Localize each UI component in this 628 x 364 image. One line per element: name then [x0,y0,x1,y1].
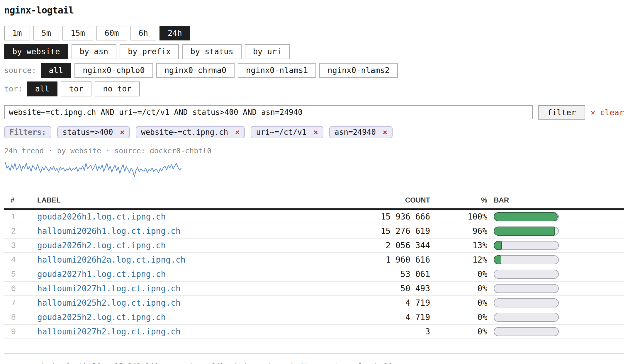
footer-divider [4,353,624,354]
time-range-24h[interactable]: 24h [159,26,190,40]
table-row: 9halloumi2027h2.log.ct.ipng.ch30% [4,324,624,339]
source-nginx0-nlams2[interactable]: nginx0-nlams2 [319,63,398,78]
tor-tor[interactable]: tor [61,81,91,96]
row-label-link[interactable]: gouda2027h1.log.ct.ipng.ch [37,269,166,279]
time-range-group: 1m5m15m60m6h24h [4,26,624,40]
row-percent: 0% [430,310,487,324]
col-header-pct: % [430,193,487,209]
time-range-5m[interactable]: 5m [33,26,60,40]
trend-sparkline [4,159,182,179]
nginx-logtail-app: nginx-logtail 1m5m15m60m6h24h by website… [0,0,628,364]
group-by-by-uri[interactable]: by uri [245,44,290,59]
filter-chip-status-400: status=>400 × [57,126,130,138]
filter-chip-website-ct-ipng-ch: website~=ct.ipng.ch × [136,126,245,138]
usage-bar [494,255,559,264]
source-filter-group: source: allnginx0-chplo0nginx0-chrma0ngi… [4,63,624,78]
row-count: 50 493 [333,281,430,296]
filter-chip-uri-ct-v1: uri~=/ct/v1 × [251,126,323,138]
table-row: 5gouda2027h1.log.ct.ipng.ch53 0610% [4,267,624,281]
usage-bar-fill [494,227,555,236]
row-rank: 3 [4,238,37,253]
filter-bar: filter × clear [4,105,624,120]
active-filters-row: Filters: status=>400 ×website~=ct.ipng.c… [4,126,624,138]
row-count: 1 960 616 [333,253,430,267]
row-label-link[interactable]: halloumi2026h1.log.ct.ipng.ch [37,226,181,236]
row-rank: 1 [4,209,37,224]
tor-label: tor: [4,84,23,93]
table-row: 6halloumi2027h1.log.ct.ipng.ch50 4930% [4,281,624,296]
table-row: 1gouda2026h1.log.ct.ipng.ch15 936 666100… [4,209,624,224]
row-label-link[interactable]: halloumi2027h2.log.ct.ipng.ch [37,327,181,336]
table-row: 8gouda2025h2.log.ct.ipng.ch4 7190% [4,310,624,324]
group-by-group: by websiteby asnby prefixby statusby uri [4,44,624,59]
tor-all[interactable]: all [27,81,58,96]
clear-filter-link[interactable]: × clear [590,105,624,120]
group-by-by-prefix[interactable]: by prefix [120,44,179,59]
row-percent: 96% [430,224,487,238]
row-label-link[interactable]: halloumi2027h1.log.ct.ipng.ch [37,284,181,293]
row-rank: 2 [4,224,37,238]
table-row: 3gouda2026h2.log.ct.ipng.ch2 056 34413% [4,238,624,253]
col-header-rank: # [4,193,37,209]
row-count: 3 [333,324,430,339]
row-count: 15 936 666 [333,209,430,224]
row-count: 2 056 344 [333,238,430,253]
time-range-6h[interactable]: 6h [130,26,157,40]
row-percent: 100% [430,209,487,224]
tor-no-tor[interactable]: no tor [95,81,140,96]
row-label-link[interactable]: gouda2026h1.log.ct.ipng.ch [37,212,166,222]
group-by-by-website[interactable]: by website [4,44,68,59]
row-percent: 0% [430,296,487,310]
group-by-by-status[interactable]: by status [182,44,241,59]
col-header-bar: BAR [487,193,624,209]
usage-bar [494,270,559,279]
row-rank: 5 [4,267,37,281]
source-nginx0-chplo0[interactable]: nginx0-chplo0 [74,63,153,78]
remove-chip-icon[interactable]: × [383,128,388,137]
time-range-15m[interactable]: 15m [62,26,93,40]
row-percent: 0% [430,324,487,339]
table-row: 4halloumi2026h2a.log.ct.ipng.ch1 960 616… [4,253,624,267]
usage-bar [494,313,559,322]
time-range-1m[interactable]: 1m [4,26,30,40]
table-header-row: # LABEL COUNT % BAR [4,193,624,209]
row-label-link[interactable]: halloumi2025h2.log.ct.ipng.ch [37,298,181,308]
time-range-60m[interactable]: 60m [96,26,127,40]
source-label: source: [4,66,36,75]
row-percent: 0% [430,267,487,281]
status-footer: source: docker0-chbtl0 · 35 343 240 requ… [4,362,624,364]
trend-caption: 24h trend · by website · source: docker0… [4,147,624,155]
row-label-link[interactable]: gouda2026h2.log.ct.ipng.ch [37,241,166,250]
row-count: 53 061 [333,267,430,281]
source-nginx0-chrma0[interactable]: nginx0-chrma0 [156,63,235,78]
row-rank: 6 [4,281,37,296]
usage-bar-fill [494,212,558,221]
remove-chip-icon[interactable]: × [120,128,125,137]
remove-chip-icon[interactable]: × [313,128,318,137]
remove-chip-icon[interactable]: × [235,128,240,137]
table-row: 2halloumi2026h1.log.ct.ipng.ch15 276 619… [4,224,624,238]
col-header-count: COUNT [333,193,430,209]
group-by-by-asn[interactable]: by asn [72,44,117,59]
table-row: 7halloumi2025h2.log.ct.ipng.ch4 7190% [4,296,624,310]
row-rank: 4 [4,253,37,267]
row-label-link[interactable]: gouda2025h2.log.ct.ipng.ch [37,312,166,322]
row-label-link[interactable]: halloumi2026h2a.log.ct.ipng.ch [37,255,186,265]
col-header-label: LABEL [37,193,333,209]
filter-button[interactable]: filter [538,105,585,120]
usage-bar [494,327,559,336]
usage-bar [494,212,559,221]
row-rank: 8 [4,310,37,324]
usage-bar [494,241,559,250]
tor-filter-group: tor: alltorno tor [4,81,624,96]
row-rank: 9 [4,324,37,339]
row-count: 4 719 [333,310,430,324]
usage-bar [494,284,559,293]
usage-bar [494,298,559,307]
usage-bar-fill [494,255,501,264]
source-all[interactable]: all [41,63,72,78]
filter-query-input[interactable] [4,105,533,119]
filter-chip-asn-24940: asn=24940 × [329,126,393,138]
top-labels-table: # LABEL COUNT % BAR 1gouda2026h1.log.ct.… [4,193,624,339]
source-nginx0-nlams1[interactable]: nginx0-nlams1 [238,63,316,78]
